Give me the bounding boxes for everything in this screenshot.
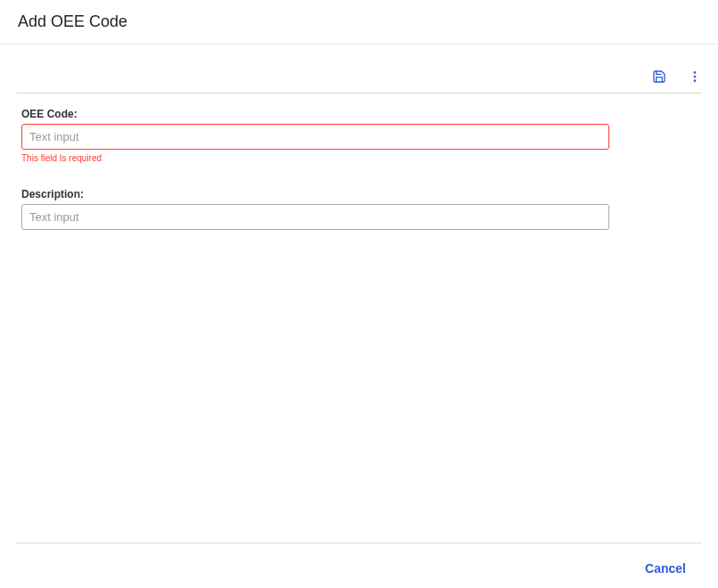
toolbar (0, 45, 718, 93)
oee-code-label: OEE Code: (21, 108, 697, 120)
more-actions-button[interactable] (688, 69, 702, 84)
save-button[interactable] (652, 69, 666, 84)
svg-point-2 (694, 79, 697, 82)
oee-code-error: This field Is required (21, 153, 697, 163)
dialog-title: Add OEE Code (18, 12, 700, 31)
save-icon (652, 69, 666, 84)
description-input[interactable] (21, 204, 609, 230)
svg-point-0 (694, 71, 697, 74)
oee-code-input[interactable] (21, 124, 609, 150)
more-vertical-icon (688, 69, 702, 84)
description-label: Description: (21, 188, 697, 200)
dialog-header: Add OEE Code (0, 0, 718, 45)
oee-code-group: OEE Code: This field Is required (21, 108, 697, 163)
svg-point-1 (694, 76, 697, 78)
description-group: Description: (21, 188, 697, 230)
cancel-button[interactable]: Cancel (638, 558, 693, 579)
form: OEE Code: This field Is required Descrip… (0, 94, 718, 269)
dialog-footer: Cancel (16, 543, 702, 588)
